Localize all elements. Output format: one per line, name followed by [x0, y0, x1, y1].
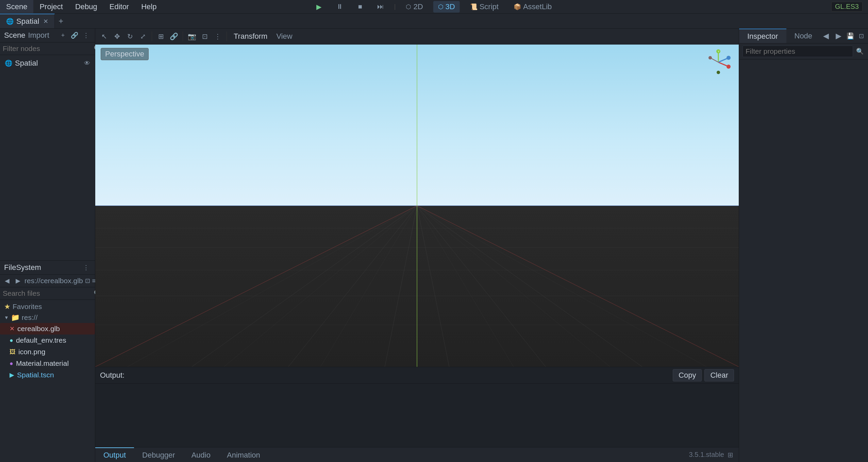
fs-res-folder[interactable]: ▼ 📁 res:// [0, 312, 95, 323]
menu-editor[interactable]: Editor [103, 0, 135, 13]
vp-snap-button[interactable]: 🔗 [168, 31, 179, 42]
fs-file-material[interactable]: ● Material.material [0, 358, 95, 369]
transform-button[interactable]: Transform [230, 31, 271, 42]
scene-tree: 🌐 Spatial 👁 [0, 55, 95, 260]
fs-file-icon-material: ● [10, 360, 13, 367]
filter-properties-bar: 🔍 [739, 44, 868, 59]
svg-text:Y: Y [718, 50, 720, 53]
inspector-back-button[interactable]: ◀ [820, 31, 832, 41]
output-content [95, 384, 739, 447]
scene-actions: + 🔗 ⋮ [58, 31, 91, 40]
vp-layout-button[interactable]: ⊡ [199, 31, 210, 42]
sep1: | [394, 3, 396, 10]
vp-more-button[interactable]: ⋮ [212, 31, 223, 42]
inspector-content [739, 59, 868, 462]
perspective-label[interactable]: Perspective [101, 48, 149, 60]
vp-select-tool[interactable]: ↖ [99, 31, 110, 42]
menu-help[interactable]: Help [135, 0, 163, 13]
script-button[interactable]: 📜 Script [465, 1, 503, 13]
fs-filename-material: Material.material [16, 359, 69, 367]
clear-button[interactable]: Clear [704, 369, 734, 381]
add-tab-button[interactable]: + [55, 14, 67, 28]
inspector-header: Inspector Node ◀ ▶ 💾 ⊡ ⋮ [739, 29, 868, 44]
viewport-gizmo[interactable]: Y [705, 49, 732, 76]
script-label: Script [480, 2, 499, 11]
mode-3d-label: 3D [446, 2, 455, 11]
fs-tree: ★ Favorites ▼ 📁 res:// ✕ cerealbox.glb ●… [0, 300, 95, 462]
fs-file-icon-icon: 🖼 [10, 348, 16, 356]
scene-add-node-button[interactable]: + [58, 31, 68, 40]
scene-tree-spatial[interactable]: 🌐 Spatial 👁 [0, 57, 95, 69]
output-actions: Copy Clear [673, 369, 734, 381]
assetlib-label: AssetLib [523, 2, 552, 11]
output-tab-animation[interactable]: Animation [219, 447, 268, 462]
filesystem-label: FileSystem [4, 263, 41, 272]
copy-button[interactable]: Copy [673, 369, 702, 381]
vp-sep1 [152, 32, 152, 41]
output-panel: Output: Copy Clear Output Debugger Audio… [95, 367, 739, 462]
fs-file-icon-png[interactable]: 🖼 icon.png [0, 346, 95, 358]
assetlib-icon: 📦 [514, 3, 521, 11]
fs-back-button[interactable]: ◀ [3, 276, 12, 285]
inspector-tab-inspector[interactable]: Inspector [739, 29, 786, 43]
sky-background [95, 45, 739, 206]
output-tab-output[interactable]: Output [95, 447, 134, 462]
fs-favorites-section[interactable]: ★ Favorites [0, 301, 95, 312]
menu-project[interactable]: Project [33, 0, 69, 13]
vp-local-button[interactable]: ⊞ [155, 31, 166, 42]
fs-file-default-env[interactable]: ● default_env.tres [0, 335, 95, 346]
fs-forward-button[interactable]: ▶ [14, 276, 22, 285]
output-tab-debugger[interactable]: Debugger [134, 447, 183, 462]
fs-filename-icon: icon.png [18, 348, 45, 356]
filter-nodes-input[interactable] [3, 45, 92, 53]
fs-filename-spatial: Spatial.tscn [17, 371, 54, 379]
filter-search-icon[interactable]: 🔍 [855, 47, 865, 56]
menu-debug[interactable]: Debug [69, 0, 103, 13]
inspector-layout-button[interactable]: ⊡ [856, 31, 866, 41]
assetlib-button[interactable]: 📦 AssetLib [509, 1, 556, 13]
main-layout: Scene Import + 🔗 ⋮ 🔍 🌐 Spatial 👁 FileSys… [0, 29, 868, 462]
inspector-forward-button[interactable]: ▶ [833, 31, 844, 41]
vp-sep2 [183, 32, 183, 41]
play-button[interactable]: ▶ [312, 1, 326, 12]
filter-properties-input[interactable] [742, 46, 853, 57]
pause-button[interactable]: ⏸ [332, 1, 348, 12]
vp-scale-tool[interactable]: ⤢ [137, 31, 148, 42]
view-button[interactable]: View [273, 31, 296, 42]
fs-filename-cerealbox: cerealbox.glb [17, 325, 60, 333]
spatial-visibility-icon[interactable]: 👁 [84, 60, 90, 67]
stop-button[interactable]: ■ [353, 1, 367, 12]
step-button[interactable]: ⏭ [372, 1, 389, 12]
version-label: 3.5.1.stable [689, 451, 724, 459]
vp-rotate-tool[interactable]: ↻ [124, 31, 135, 42]
ground-plane [95, 206, 739, 367]
fs-res-label: res:// [22, 313, 38, 322]
svg-line-27 [711, 58, 718, 62]
inspector-tab-node[interactable]: Node [786, 29, 821, 43]
scene-tab-close[interactable]: ✕ [43, 18, 48, 25]
menu-scene[interactable]: Scene [0, 0, 33, 13]
fs-file-spatial[interactable]: ▶ Spatial.tscn [0, 369, 95, 381]
scene-tab[interactable]: 🌐 Spatial ✕ [0, 14, 55, 28]
search-files-input[interactable] [3, 289, 92, 297]
filesystem-panel: FileSystem ⋮ ◀ ▶ res://cerealbox.glb ⊡ ≡… [0, 260, 95, 462]
viewport-3d[interactable]: Perspective Y [95, 45, 739, 367]
mode-2d-button[interactable]: ⬡ 2D [401, 1, 428, 13]
inspector-nav: ◀ ▶ 💾 ⊡ ⋮ [820, 31, 868, 41]
output-tab-audio[interactable]: Audio [183, 447, 219, 462]
scene-header: Scene Import + 🔗 ⋮ [0, 29, 95, 42]
fs-file-icon-cerealbox: ✕ [10, 325, 15, 332]
left-panel: Scene Import + 🔗 ⋮ 🔍 🌐 Spatial 👁 FileSys… [0, 29, 95, 462]
fs-layout-button[interactable]: ⊡ [85, 276, 90, 286]
import-label[interactable]: Import [28, 31, 49, 40]
inspector-save-button[interactable]: 💾 [846, 31, 855, 41]
mode-3d-button[interactable]: ⬡ 3D [433, 1, 460, 13]
vp-camera-button[interactable]: 📷 [186, 31, 197, 42]
filesystem-more-button[interactable]: ⋮ [81, 263, 91, 272]
scene-more-button[interactable]: ⋮ [81, 31, 91, 40]
fs-file-cerealbox[interactable]: ✕ cerealbox.glb [0, 323, 95, 335]
scene-link-button[interactable]: 🔗 [70, 31, 79, 40]
fs-filename-default-env: default_env.tres [16, 336, 66, 344]
vp-move-tool[interactable]: ✥ [112, 31, 122, 42]
settings-icon[interactable]: ⊞ [728, 451, 733, 459]
